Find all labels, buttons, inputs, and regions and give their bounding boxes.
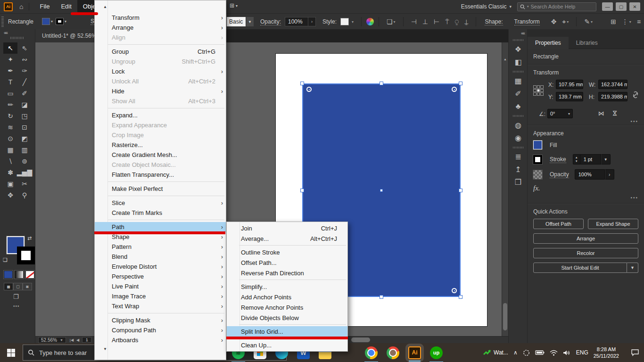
- dock-drag-handle[interactable]: [513, 115, 523, 117]
- stroke-weight-value[interactable]: 1 pt: [580, 154, 601, 165]
- first-artboard-icon[interactable]: |◀: [70, 338, 74, 342]
- flip-vertical-icon[interactable]: ⋈: [611, 110, 619, 116]
- bounding-box-icon[interactable]: ✥: [548, 18, 560, 25]
- tab-libraries[interactable]: Libraries: [569, 37, 605, 49]
- opacity-expand-icon[interactable]: ›: [605, 169, 614, 180]
- menu-item-lock[interactable]: Lock ›: [95, 66, 226, 76]
- live-corner-widget[interactable]: [452, 87, 457, 92]
- tools-drag-handle[interactable]: [10, 37, 25, 39]
- align-bottom-icon[interactable]: ⍊: [462, 18, 471, 26]
- style-swatch[interactable]: [340, 18, 349, 25]
- menu-item-perspective[interactable]: Perspective ›: [95, 272, 226, 281]
- submenu-item-remove-anchor-points[interactable]: Remove Anchor Points ›: [227, 302, 347, 313]
- menu-item-ungroup[interactable]: Ungroup Shift+Ctrl+G ›: [95, 57, 226, 66]
- submenu-item-split-into-grid[interactable]: Split Into Grid... ›: [227, 326, 347, 337]
- slice-tool[interactable]: ✂: [17, 178, 32, 189]
- menu-scroll-up-icon[interactable]: ▲: [95, 0, 226, 13]
- color-panel-icon[interactable]: ❖: [509, 43, 528, 56]
- taskbar-chrome-icon[interactable]: [365, 346, 378, 359]
- menu-item-align[interactable]: Align ›: [95, 33, 226, 42]
- workspace-switcher[interactable]: Essentials Classic ▾: [461, 3, 512, 10]
- submenu-item-clean-up[interactable]: Clean Up... ›: [227, 340, 347, 350]
- brush-definition-select[interactable]: Basic ▼: [227, 17, 254, 26]
- direct-selection-tool[interactable]: ⇖: [17, 42, 32, 54]
- select-similar-icon[interactable]: ⌖▾: [559, 18, 571, 26]
- menu-item-group[interactable]: Group Ctrl+G ›: [95, 47, 226, 57]
- isolate-selected-icon[interactable]: ✎▾: [581, 18, 595, 25]
- menu-item-blend[interactable]: Blend ›: [95, 252, 226, 262]
- menu-item-slice[interactable]: Slice ›: [95, 198, 226, 208]
- magic-wand-tool[interactable]: ✦: [3, 54, 17, 65]
- menu-item-create-gradient-mesh[interactable]: Create Gradient Mesh... ›: [95, 150, 226, 160]
- menu-scroll-down-icon[interactable]: ▼: [95, 345, 226, 353]
- reference-point-selector[interactable]: [533, 85, 544, 96]
- line-segment-tool[interactable]: ╱: [17, 76, 32, 88]
- perspective-grid-tool[interactable]: ◩: [17, 133, 32, 144]
- artboards-panel-icon[interactable]: ❒: [509, 176, 528, 189]
- offset-path-button[interactable]: Offset Path: [533, 219, 584, 229]
- control-panel-menu-icon[interactable]: ≡: [634, 18, 644, 25]
- column-graph-tool[interactable]: ▂▅▇: [17, 167, 32, 178]
- paintbrush-tool[interactable]: ✐: [17, 88, 32, 99]
- start-global-edit-button[interactable]: Start Global Edit: [533, 263, 627, 273]
- dock-drag-handle[interactable]: [513, 71, 523, 73]
- fill-color-control[interactable]: ▾: [42, 18, 53, 25]
- taskbar-illustrator-icon[interactable]: Ai: [408, 346, 421, 359]
- control-bar-grip[interactable]: [1, 16, 4, 27]
- menu-item-hide[interactable]: Hide ›: [95, 86, 226, 96]
- menu-item-rasterize[interactable]: Rasterize... ›: [95, 140, 226, 150]
- menubar-file[interactable]: File: [34, 0, 55, 13]
- eraser-tool[interactable]: ◪: [17, 99, 32, 110]
- opacity-swatch[interactable]: [533, 170, 542, 179]
- menu-item-show-all[interactable]: Show All Alt+Ctrl+3 ›: [95, 96, 226, 106]
- align-center-icon[interactable]: ⊥: [420, 18, 431, 26]
- toolbar-more-icon[interactable]: •••: [13, 304, 20, 309]
- menu-item-live-paint[interactable]: Live Paint ›: [95, 281, 226, 291]
- width-tool[interactable]: ≋: [3, 122, 17, 133]
- taskbar-clock[interactable]: 8:28 AM 25/11/2022: [594, 346, 619, 359]
- screen-mode-icon[interactable]: ❐: [13, 293, 19, 300]
- appearance-more-options-icon[interactable]: •••: [533, 195, 638, 200]
- gradient-button[interactable]: [15, 271, 24, 279]
- tray-volume-icon[interactable]: [563, 350, 571, 356]
- menu-item-compound-path[interactable]: Compound Path ›: [95, 325, 226, 335]
- collapse-tools-icon[interactable]: ««: [4, 30, 7, 35]
- tray-wifi-icon[interactable]: [550, 350, 558, 356]
- submenu-item-simplify[interactable]: Simplify... ›: [227, 281, 347, 292]
- global-edit-options-icon[interactable]: ▼: [627, 263, 638, 273]
- menu-item-text-wrap[interactable]: Text Wrap ›: [95, 301, 226, 311]
- draw-normal-button[interactable]: ◼: [4, 283, 13, 290]
- stroke-color-control[interactable]: ▾: [56, 18, 66, 25]
- expand-shape-button[interactable]: Expand Shape: [588, 219, 638, 229]
- symbols-panel-icon[interactable]: ♣: [509, 100, 528, 113]
- opacity-label[interactable]: Opacity:: [260, 18, 281, 25]
- mesh-tool[interactable]: ▦: [3, 144, 17, 156]
- chevron-down-icon[interactable]: ▼: [601, 154, 611, 165]
- brushes-panel-icon[interactable]: ✐: [509, 87, 528, 100]
- selection-handle[interactable]: [459, 295, 462, 299]
- menu-item-create-trim-marks[interactable]: Create Trim Marks ›: [95, 208, 226, 218]
- action-center-icon[interactable]: [631, 349, 639, 356]
- opacity-value-field[interactable]: 100%: [575, 169, 605, 180]
- start-button[interactable]: [0, 343, 22, 362]
- menu-item-expand-appearance[interactable]: Expand Appearance ›: [95, 120, 226, 130]
- menu-item-artboards[interactable]: Artboards ›: [95, 335, 226, 345]
- w-input[interactable]: 162.3744 m: [598, 80, 627, 89]
- default-fill-stroke-icon[interactable]: ❏: [3, 257, 8, 263]
- selection-handle[interactable]: [459, 82, 462, 85]
- stepper-arrows[interactable]: ▲▼: [573, 154, 580, 165]
- export-panel-icon[interactable]: ↥: [509, 163, 528, 176]
- tray-capture-icon[interactable]: [523, 349, 530, 356]
- opacity-input[interactable]: 100%: [285, 17, 308, 26]
- help-search-input[interactable]: ▾ Search Adobe Help: [517, 2, 596, 11]
- expand-panels-icon[interactable]: ««: [521, 31, 524, 36]
- scroll-up-icon[interactable]: ▲: [504, 58, 507, 61]
- curvature-tool[interactable]: ✑: [17, 65, 32, 76]
- taskbar-upwork-icon[interactable]: up: [430, 346, 443, 359]
- scale-tool[interactable]: ◳: [17, 110, 32, 122]
- transparency-panel-icon[interactable]: ◍: [509, 119, 528, 132]
- rotate-tool[interactable]: ↻: [3, 110, 17, 122]
- align-left-icon[interactable]: ⊣: [408, 18, 420, 26]
- horizontal-scroll-thumb[interactable]: [351, 337, 370, 342]
- selection-handle[interactable]: [300, 189, 304, 192]
